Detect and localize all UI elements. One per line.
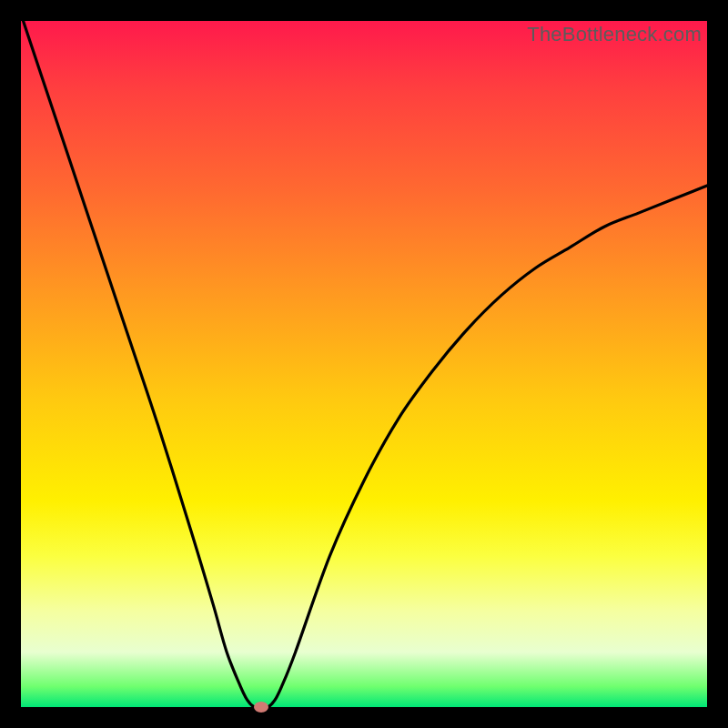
- chart-frame: TheBottleneck.com: [0, 0, 728, 728]
- curve-svg: [21, 21, 707, 707]
- plot-area: TheBottleneck.com: [21, 21, 707, 707]
- bottleneck-curve: [21, 21, 707, 707]
- optimal-point-marker: [254, 702, 268, 713]
